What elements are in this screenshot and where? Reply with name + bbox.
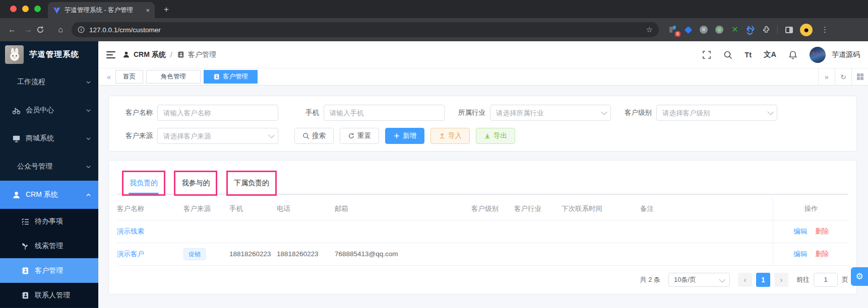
page-size-select[interactable]: 10条/页 <box>668 273 730 287</box>
col-industry: 客户行业 <box>514 198 562 220</box>
breadcrumb-root[interactable]: CRM 系统 <box>134 50 166 59</box>
sidebar: 芋道管理系统 工作流程 会员中心 商城系统 <box>0 41 98 308</box>
user-avatar[interactable] <box>810 47 826 63</box>
mobile-input[interactable] <box>324 105 445 121</box>
field-customer-name: 客户名称 <box>117 105 278 121</box>
app-logo-row[interactable]: 芋道管理系统 <box>0 41 98 68</box>
source-select[interactable] <box>157 128 278 144</box>
scroll-tags-right-icon[interactable]: » <box>818 68 835 85</box>
tab-close-icon[interactable]: × <box>146 7 150 14</box>
sidebar-item-crm-system[interactable]: CRM 系统 <box>0 181 98 209</box>
monitor-icon <box>12 134 21 143</box>
tab-subordinate-responsible[interactable]: 下属负责的 <box>226 171 277 196</box>
forward-icon[interactable]: → <box>20 25 36 34</box>
industry-select[interactable] <box>490 105 611 121</box>
search-button[interactable]: 搜索 <box>294 128 334 144</box>
tags-menu-icon[interactable] <box>851 68 868 85</box>
sidebar-item-contact[interactable]: 联系人管理 <box>0 283 98 307</box>
add-button[interactable]: 新增 <box>385 128 424 144</box>
tab-customer-management[interactable]: 客户管理 <box>204 70 258 84</box>
bookmark-star-icon[interactable]: ☆ <box>646 25 653 34</box>
extension-icon-2[interactable] <box>684 25 693 34</box>
browser-toolbar: ← → ⌂ 127.0.0.1/crm/customer ☆ 6 ⌘ ✕ ❮❯❮… <box>0 18 868 41</box>
extension-icon-6[interactable]: ❮❯❮❯ <box>746 25 755 34</box>
reload-icon[interactable] <box>36 26 52 34</box>
goto-page-input[interactable] <box>814 273 838 287</box>
chevron-down-icon <box>86 108 91 113</box>
sidebar-item-member-center[interactable]: 会员中心 <box>0 96 98 124</box>
next-page-button[interactable]: › <box>774 273 788 287</box>
reset-button[interactable]: 重置 <box>340 128 379 144</box>
upload-icon <box>439 132 446 139</box>
col-actions: 操作 <box>773 198 849 220</box>
user-icon <box>122 51 130 58</box>
profile-avatar-icon[interactable]: ☻ <box>800 24 813 36</box>
extension-icon-5[interactable]: ✕ <box>730 25 739 34</box>
industry-label: 所属行业 <box>450 108 490 117</box>
customer-name-link[interactable]: 演示客户 <box>117 250 144 258</box>
extension-icon-3[interactable]: ⌘ <box>699 25 708 34</box>
site-info-icon[interactable] <box>78 26 85 33</box>
collapse-sidebar-icon[interactable] <box>106 51 115 58</box>
col-customer-name: 客户名称 <box>117 198 183 220</box>
settings-gear-button[interactable]: ⚙ <box>851 267 868 286</box>
export-button[interactable]: 导出 <box>476 128 515 144</box>
sidebar-item-clue[interactable]: 线索管理 <box>0 234 98 258</box>
tab-my-responsible[interactable]: 我负责的 <box>122 171 165 196</box>
prev-page-button[interactable]: ‹ <box>738 273 752 287</box>
field-mobile: 手机 <box>283 105 445 121</box>
new-tab-button[interactable]: + <box>164 5 169 15</box>
extension-icon-4[interactable] <box>715 25 724 34</box>
edit-link[interactable]: 编辑 <box>793 227 807 235</box>
sidebar-item-todo[interactable]: 待办事项 <box>0 209 98 234</box>
browser-tab[interactable]: 芋道管理系统 - 客户管理 × <box>48 2 155 18</box>
customer-name-label: 客户名称 <box>117 108 157 117</box>
page-number-button[interactable]: 1 <box>756 273 770 287</box>
col-source: 客户来源 <box>183 198 229 220</box>
sidebar-item-workflow[interactable]: 工作流程 <box>0 68 98 96</box>
url-text[interactable]: 127.0.0.1/crm/customer <box>89 26 642 34</box>
tab-role-management[interactable]: 角色管理 <box>146 70 201 84</box>
refresh-tab-icon[interactable]: ↻ <box>835 68 851 85</box>
contact-book-icon <box>213 73 220 80</box>
sidebar-item-customer[interactable]: 客户管理 <box>0 258 98 283</box>
chevron-down-icon <box>719 276 725 282</box>
customer-name-link[interactable]: 演示线索 <box>117 227 144 235</box>
col-level: 客户级别 <box>471 198 514 220</box>
level-select[interactable] <box>656 105 777 121</box>
filter-card: 客户名称 手机 所属行业 <box>108 96 857 151</box>
bell-icon[interactable] <box>788 50 797 59</box>
close-window-button[interactable] <box>10 6 17 12</box>
translate-icon[interactable]: 文A <box>764 50 776 59</box>
back-icon[interactable]: ← <box>4 25 20 34</box>
sidebar-item-mp-admin[interactable]: 公众号管理 <box>0 152 98 181</box>
customer-name-input[interactable] <box>157 105 278 121</box>
breadcrumb: CRM 系统 / 客户管理 <box>122 50 216 59</box>
browser-menu-icon[interactable]: ⋮ <box>821 25 829 34</box>
home-icon[interactable]: ⌂ <box>52 25 69 34</box>
font-size-icon[interactable]: Tt <box>745 51 752 59</box>
goto-label: 前往 <box>796 275 810 284</box>
search-icon[interactable] <box>723 50 732 59</box>
scroll-tags-left-icon[interactable]: « <box>102 72 115 81</box>
address-bar[interactable]: 127.0.0.1/crm/customer ☆ <box>72 22 659 37</box>
col-next-contact-time: 下次联系时间 <box>562 198 640 220</box>
delete-link[interactable]: 删除 <box>815 227 829 235</box>
extension-icon-1[interactable]: 6 <box>668 25 677 34</box>
bike-icon <box>12 106 21 115</box>
table-header-row: 客户名称 客户来源 手机 电话 邮箱 客户级别 客户行业 下次联系时间 备注 操… <box>117 198 849 220</box>
username[interactable]: 芋道源码 <box>832 50 860 59</box>
fullscreen-icon[interactable] <box>702 50 711 59</box>
tab-my-participated[interactable]: 我参与的 <box>174 171 217 196</box>
import-button[interactable]: 导入 <box>430 128 470 144</box>
edit-link[interactable]: 编辑 <box>793 250 807 258</box>
source-label: 客户来源 <box>117 131 157 140</box>
zoom-window-button[interactable] <box>34 6 41 12</box>
tab-home[interactable]: 首页 <box>115 70 143 84</box>
side-panel-icon[interactable] <box>784 25 793 34</box>
extensions-puzzle-icon[interactable] <box>762 25 771 34</box>
sidebar-item-mall-system[interactable]: 商城系统 <box>0 124 98 152</box>
delete-link[interactable]: 删除 <box>815 250 829 258</box>
minimize-window-button[interactable] <box>22 6 29 12</box>
macos-traffic-lights[interactable] <box>10 6 41 12</box>
